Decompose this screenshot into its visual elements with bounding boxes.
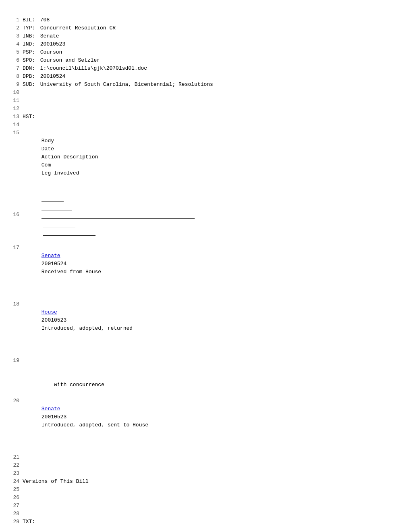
field-label: SPO: (23, 56, 37, 64)
line-24: 24 Versions of This Bill (8, 478, 403, 486)
line-number: 17 (8, 244, 19, 252)
line-number: 6 (8, 56, 19, 64)
hst-col-action: Action Description (42, 153, 195, 161)
field-label: DPB: (23, 73, 37, 81)
hst-header: Body Date Action Description Com Leg Inv… (23, 129, 403, 185)
line-23: 23 (8, 470, 403, 478)
line-number: 2 (8, 24, 19, 32)
line-27: 27 (8, 502, 403, 510)
line-21: 21 (8, 453, 403, 461)
line-number: 21 (8, 453, 19, 461)
line-content: PSP: Courson (23, 48, 403, 56)
line-number: 20 (8, 397, 19, 405)
line-10: 10 (8, 89, 403, 97)
hst-row-19: with concurrence (23, 357, 403, 397)
field-label: TYP: (23, 24, 37, 32)
line-7: 7 DDN: l:\council\bills\gjk\20701sd01.do… (8, 64, 403, 73)
line-number: 22 (8, 461, 19, 470)
hst-action-cell: Received from House (42, 268, 195, 276)
field-value: l:\council\bills\gjk\20701sd01.doc (40, 65, 147, 71)
field-label: HST: (23, 113, 37, 121)
line-6: 6 SPO: Courson and Setzler (8, 56, 403, 64)
field-value: Concurrent Resolution CR (40, 25, 116, 31)
line-content: TYP: Concurrent Resolution CR (23, 24, 403, 32)
field-label: DDN: (23, 64, 37, 73)
line-content: DPB: 20010524 (23, 73, 403, 81)
line-28: 28 (8, 510, 403, 518)
hst-action-cell: with concurrence (42, 381, 195, 389)
divider-com (43, 219, 75, 227)
hst-date-cell: 20010524 (42, 260, 72, 268)
hst-col-date: Date (42, 145, 72, 153)
line-17: 17 Senate 20010524 Received from House (8, 244, 403, 300)
line-number: 8 (8, 73, 19, 81)
field-label: PSP: (23, 48, 37, 56)
divider-body (42, 193, 64, 202)
divider-date (42, 202, 72, 210)
line-number: 16 (8, 211, 19, 219)
field-label: INB: (23, 32, 37, 40)
line-number: 3 (8, 32, 19, 40)
senate-link-20[interactable]: Senate (42, 406, 60, 412)
line-content: SUB: University of South Carolina, Bicen… (23, 81, 403, 89)
line-number: 26 (8, 494, 19, 502)
line-number: 27 (8, 502, 19, 510)
field-value: 708 (40, 17, 50, 23)
hst-body-cell: Senate (42, 405, 64, 413)
line-number: 29 (8, 518, 19, 526)
hst-row-17: Senate 20010524 Received from House (23, 244, 403, 300)
txt-label: TXT: (23, 518, 403, 526)
line-content: IND: 20010523 (23, 40, 403, 48)
line-number: 10 (8, 89, 19, 97)
field-value: Courson and Setzler (40, 57, 100, 63)
line-22: 22 (8, 461, 403, 470)
line-3: 3 INB: Senate (8, 32, 403, 40)
hst-date-cell: 20010523 (42, 413, 72, 421)
hst-col-com: Com (42, 161, 74, 169)
line-number: 15 (8, 129, 19, 137)
hst-body-cell: House (42, 308, 64, 316)
line-content: SPO: Courson and Setzler (23, 56, 403, 64)
line-content: DDN: l:\council\bills\gjk\20701sd01.doc (23, 64, 403, 73)
line-2: 2 TYP: Concurrent Resolution CR (8, 24, 403, 32)
field-label: SUB: (23, 81, 37, 89)
divider-action (42, 210, 195, 219)
line-11: 11 (8, 97, 403, 105)
line-number: 13 (8, 113, 19, 121)
line-16-divider: 16 (8, 185, 403, 244)
versions-label: Versions of This Bill (23, 478, 403, 486)
house-link-18[interactable]: House (42, 309, 57, 315)
line-number: 18 (8, 300, 19, 308)
line-20: 20 Senate 20010523 Introduced, adopted, … (8, 397, 403, 453)
hst-row-20: Senate 20010523 Introduced, adopted, sen… (23, 397, 403, 453)
line-1: 1 BIL: 708 (8, 16, 403, 24)
line-12: 12 (8, 105, 403, 113)
line-content: HST: (23, 113, 403, 121)
field-label: TXT: (23, 518, 37, 526)
line-14: 14 (8, 121, 403, 129)
line-9: 9 SUB: University of South Carolina, Bic… (8, 81, 403, 89)
line-4: 4 IND: 20010523 (8, 40, 403, 48)
line-number: 12 (8, 105, 19, 113)
field-value: 20010523 (40, 41, 65, 47)
hst-divider (23, 185, 403, 244)
line-number: 4 (8, 40, 19, 48)
line-content: BIL: 708 (23, 16, 403, 24)
senate-link-17[interactable]: Senate (42, 253, 60, 259)
line-number: 25 (8, 486, 19, 494)
field-value: University of South Carolina, Bicentenni… (40, 81, 213, 87)
line-number: 23 (8, 470, 19, 478)
line-number: 24 (8, 478, 19, 486)
hst-col-body: Body (42, 137, 64, 145)
hst-action-cell: Introduced, adopted, sent to House (42, 421, 195, 429)
line-number: 5 (8, 48, 19, 56)
hst-date-cell: 20010523 (42, 316, 72, 324)
hst-row-18: House 20010523 Introduced, adopted, retu… (23, 300, 403, 357)
line-number: 1 (8, 16, 19, 24)
hst-body-cell: Senate (42, 252, 64, 260)
line-29: 29 TXT: (8, 518, 403, 526)
line-number: 9 (8, 81, 19, 89)
line-15-header: 15 Body Date Action Description Com Leg … (8, 129, 403, 185)
hst-col-leg: Leg Involved (42, 169, 94, 177)
line-26: 26 (8, 494, 403, 502)
